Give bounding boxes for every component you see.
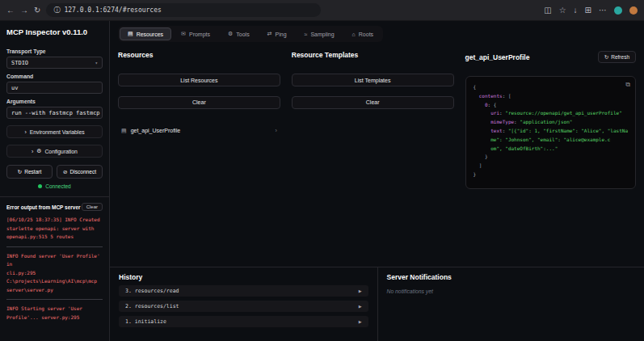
code-token: text [490,128,502,133]
code-line: contents: [ [474,92,628,101]
code-token: : { [488,102,497,107]
browser-action-icon[interactable]: ↓ [574,6,578,15]
gear-icon: ⚙ [36,148,41,154]
browser-action-icon[interactable]: ⊞ [585,6,591,15]
expand-icon: ▶ [359,304,362,309]
history-panel: History 3. resources/read▶2. resources/l… [110,267,377,341]
environment-variables-toggle[interactable]: › Environment Variables [6,125,103,138]
forward-icon[interactable]: → [20,6,28,15]
log-separator [6,246,103,247]
resources-title: Resources [118,51,280,59]
log-line: INFO Found server 'User Profile' in [6,252,103,269]
tab-label: Sampling [310,32,334,37]
expand-icon: ▶ [359,288,362,293]
resource-list-item[interactable]: ▤get_api_UserProfile› [118,125,280,137]
code-token: } [474,154,488,159]
tab-label: Ping [276,32,287,37]
back-icon[interactable]: ← [6,6,15,15]
refresh-button[interactable]: ↻ Refresh [598,51,636,63]
tools-tab-icon: ⚙ [228,31,233,37]
code-token: ] [474,162,482,168]
configuration-toggle[interactable]: › ⚙ Configuration [6,145,103,158]
code-token: mimeType [490,119,514,124]
tab-sampling[interactable]: ≈Sampling [297,27,343,40]
log-line: cli.py:295 [6,269,103,278]
code-token [474,128,491,133]
tab-label: Roots [359,32,373,37]
tab-label: Prompts [189,32,210,37]
expand-icon: ▶ [359,319,362,324]
log-line: openapi.py:515 5 routes [6,233,103,242]
history-title: History [119,273,368,281]
code-token [474,119,491,124]
code-line: om", "dateOfBirth":..." [474,145,628,154]
history-item-label: 3. resources/read [125,288,179,294]
history-item[interactable]: 1. initialize▶ [119,316,368,327]
reload-icon[interactable]: ↻ [34,6,40,15]
chevron-right-icon: › [24,129,26,135]
url-text: 127.0.0.1:6274/#resources [64,6,161,14]
history-item-label: 2. resources/list [125,303,179,309]
profile-avatar[interactable] [629,6,638,15]
command-input[interactable]: uv [6,82,103,94]
address-bar[interactable]: ⓘ 127.0.0.1:6274/#resources [46,3,321,17]
history-item[interactable]: 3. resources/read▶ [119,285,368,297]
chevron-right-icon: › [32,149,33,154]
resource-templates-title: Resource Templates [292,51,454,59]
list-templates-button[interactable]: List Templates [292,74,454,86]
disconnect-icon: ⊘ [63,169,68,175]
clear-templates-button[interactable]: Clear [292,96,454,109]
extension-avatar-icon[interactable] [614,6,622,15]
code-token: : [ [503,93,511,99]
log-block: INFO Found server 'User Profile' incli.p… [6,252,103,295]
code-token: me": "Johnson", "email": "alice@example.… [490,137,610,142]
restart-icon: ↻ [18,169,23,175]
tab-ping[interactable]: ⇄Ping [259,27,295,40]
resources-tab-icon: ▤ [128,31,133,37]
list-resources-button[interactable]: List Resources [118,74,280,86]
prompts-tab-icon: ✉ [181,31,186,37]
app-title: MCP Inspector v0.11.0 [6,27,103,36]
code-token: contents [479,93,503,99]
arguments-input[interactable]: run --with fastmcp fastmcp run som [6,107,103,119]
tab-prompts[interactable]: ✉Prompts [173,27,218,40]
browser-action-icon[interactable]: ◫ [544,6,551,15]
code-token: om", "dateOfBirth":..." [490,145,558,151]
resource-content-code-block: ⧉ { contents: [ 0: { uri: "resource://op… [465,76,636,189]
clear-error-button[interactable]: Clear [82,203,103,211]
tab-tools[interactable]: ⚙Tools [220,27,258,40]
log-line: C:\projects\Learning\AI\mcp\mcp [6,277,103,286]
log-line: Profile'... server.py:295 [6,314,103,322]
log-block: [06/10/25 18:37:35] INFO Createdstarlett… [6,216,103,242]
file-icon: ▤ [121,128,127,134]
site-info-icon[interactable]: ⓘ [53,6,60,15]
code-line: } [474,153,628,162]
tab-label: Tools [236,32,249,37]
copy-icon[interactable]: ⧉ [625,81,630,89]
history-item-label: 1. initialize [125,318,166,325]
log-line: server\server.py [6,286,103,295]
restart-button[interactable]: ↻ Restart [6,165,53,179]
tab-resources[interactable]: ▤Resources [120,27,171,40]
ping-tab-icon: ⇄ [267,31,272,37]
transport-type-select[interactable]: STDIO▾ [6,57,103,69]
refresh-icon: ↻ [604,54,608,61]
code-line: mimeType: "application/json" [474,118,628,127]
code-token: "resource://openapi/get_api_userProfile" [505,110,622,116]
clear-resources-button[interactable]: Clear [118,96,280,109]
tab-roots[interactable]: ⌂Roots [344,27,382,40]
code-token: uri [490,110,499,116]
browser-action-icon[interactable]: ☆ [559,6,566,15]
code-token [474,93,479,99]
history-item[interactable]: 2. resources/list▶ [119,301,368,312]
code-line: } [474,170,628,179]
code-line: text: "[{"id": 1, "firstName": "Alice", … [474,127,628,136]
resource-detail-title: get_api_UserProfile [465,53,530,61]
browser-action-icon[interactable]: ⋯ [599,6,607,15]
browser-action-icons: ◫☆↓⊞⋯ [544,6,638,15]
sampling-tab-icon: ≈ [305,32,308,37]
notifications-empty-text: No notifications yet [387,288,636,294]
error-log-area[interactable]: [06/10/25 18:37:35] INFO Createdstarlett… [6,216,103,336]
server-notifications-panel: Server Notifications No notifications ye… [377,267,644,341]
disconnect-button[interactable]: ⊘ Disconnect [57,165,103,179]
